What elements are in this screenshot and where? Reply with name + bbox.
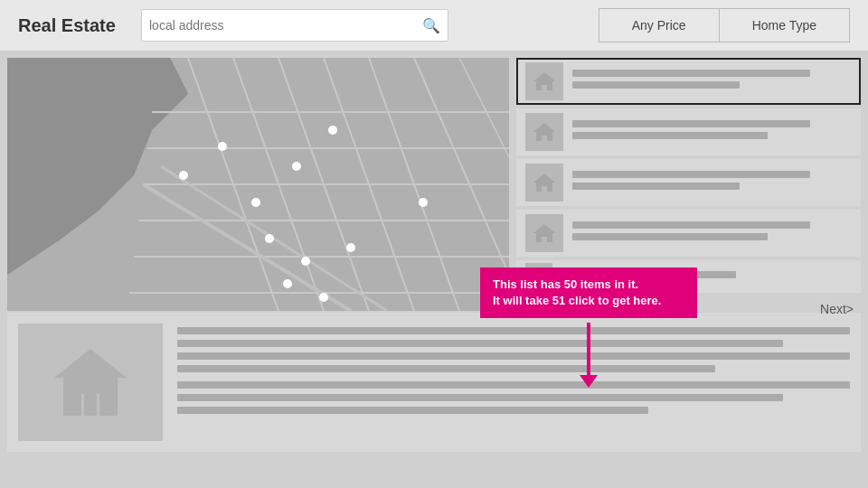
detail-home-icon: [50, 342, 131, 423]
detail-line: [177, 407, 648, 414]
listing-with-tooltip: This list has 50 items in it. It will ta…: [516, 159, 861, 210]
detail-line: [177, 381, 850, 389]
top-section: This list has 50 items in it. It will ta…: [0, 51, 868, 313]
listing-text-2: [572, 120, 852, 144]
detail-image: [18, 324, 163, 441]
svg-point-20: [251, 198, 260, 207]
listing-line: [572, 233, 768, 240]
listing-text-1: [572, 70, 852, 93]
listing-line: [572, 183, 740, 190]
map-container[interactable]: [7, 58, 509, 311]
svg-point-26: [346, 243, 355, 252]
svg-point-25: [301, 257, 310, 266]
svg-point-28: [319, 293, 328, 302]
listing-line: [572, 70, 810, 77]
home-icon-3: [532, 170, 557, 195]
listing-line: [572, 221, 810, 229]
search-button[interactable]: 🔍: [422, 17, 440, 34]
tooltip-line1: This list has 50 items in it.: [493, 277, 684, 293]
svg-rect-29: [84, 394, 97, 416]
detail-line: [177, 365, 715, 372]
tooltip: This list has 50 items in it. It will ta…: [480, 267, 697, 318]
listing-item[interactable]: [516, 58, 861, 105]
home-icon-2: [532, 119, 557, 145]
listing-icon-1: [525, 62, 563, 100]
header: Real Estate 🔍 Any Price Home Type: [0, 0, 868, 51]
map-svg: [7, 58, 509, 311]
bottom-section: [7, 313, 861, 452]
next-button[interactable]: Next>: [820, 302, 854, 316]
svg-point-21: [292, 162, 301, 171]
main-content: This list has 50 items in it. It will ta…: [0, 51, 868, 488]
svg-point-18: [218, 142, 227, 151]
listing-icon-3: [525, 164, 563, 202]
listing-line: [572, 171, 810, 178]
home-icon-1: [532, 69, 557, 94]
filter-buttons: Any Price Home Type: [599, 8, 850, 42]
detail-line: [177, 394, 783, 401]
svg-point-27: [283, 279, 292, 288]
search-bar: 🔍: [141, 9, 448, 42]
svg-point-23: [419, 198, 428, 207]
svg-point-22: [328, 126, 337, 135]
price-filter-button[interactable]: Any Price: [599, 9, 719, 42]
listing-text-3: [572, 171, 852, 194]
home-type-filter-button[interactable]: Home Type: [719, 9, 849, 42]
detail-content: [177, 324, 850, 441]
app-title: Real Estate: [18, 15, 127, 36]
listing-item[interactable]: [516, 210, 861, 257]
svg-point-24: [265, 234, 274, 243]
detail-line: [177, 327, 850, 334]
listing-text-4: [572, 221, 852, 245]
home-icon-4: [532, 221, 557, 246]
listing-item[interactable]: [516, 108, 861, 155]
listing-icon-4: [525, 214, 563, 252]
listings-panel: This list has 50 items in it. It will ta…: [516, 51, 868, 313]
svg-point-19: [179, 171, 188, 180]
listing-line: [572, 120, 810, 127]
listing-item[interactable]: [516, 159, 861, 206]
detail-group: [177, 381, 850, 414]
listing-line: [572, 81, 740, 89]
app-container: Real Estate 🔍 Any Price Home Type: [0, 0, 868, 488]
tooltip-line2: It will take 51 click to get here.: [493, 293, 684, 309]
detail-line: [177, 352, 850, 360]
tooltip-arrow: [587, 323, 590, 377]
listing-icon-2: [525, 113, 563, 151]
listing-line: [572, 132, 768, 139]
detail-line: [177, 340, 783, 347]
search-input[interactable]: [149, 18, 422, 33]
